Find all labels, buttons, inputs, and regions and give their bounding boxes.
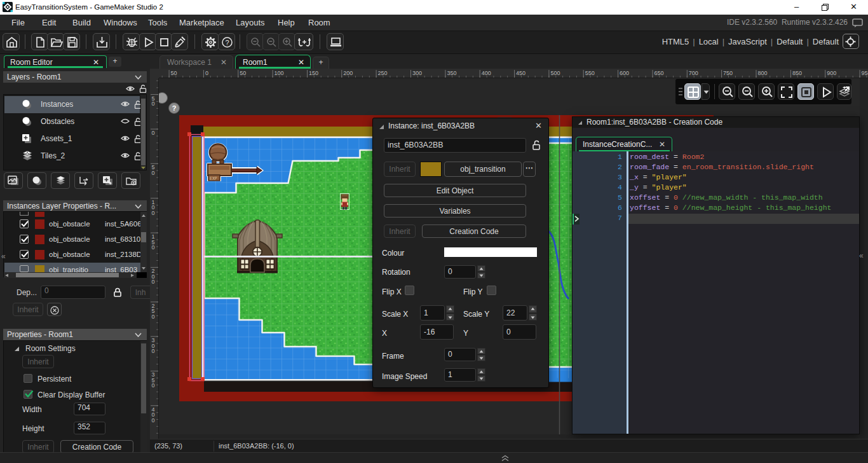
svg-text:0: 0 — [152, 417, 155, 424]
svg-text:0: 0 — [152, 314, 155, 320]
svg-text:50: 50 — [171, 70, 177, 76]
svg-text:800: 800 — [758, 70, 768, 76]
svg-text:750: 750 — [723, 70, 733, 76]
svg-text:0: 0 — [152, 348, 155, 354]
svg-text:850: 850 — [792, 70, 802, 76]
svg-text:100: 100 — [275, 70, 284, 76]
svg-text:0: 0 — [152, 100, 155, 107]
svg-text:700: 700 — [689, 70, 698, 76]
svg-text:350: 350 — [447, 70, 456, 76]
svg-text:EXP: EXP — [210, 177, 217, 181]
svg-text:200: 200 — [343, 70, 353, 76]
svg-text:950: 950 — [862, 70, 868, 76]
svg-text:50: 50 — [240, 70, 246, 76]
svg-text:0: 0 — [205, 70, 208, 76]
svg-text:600: 600 — [620, 70, 629, 76]
svg-text:650: 650 — [654, 70, 664, 76]
svg-text:250: 250 — [378, 70, 388, 76]
svg-text:?: ? — [172, 104, 177, 112]
svg-text:900: 900 — [827, 70, 836, 76]
svg-text:0: 0 — [152, 382, 155, 389]
svg-text:?: ? — [225, 39, 229, 46]
svg-text:550: 550 — [585, 70, 595, 76]
svg-text:0: 0 — [152, 244, 155, 251]
svg-text:500: 500 — [550, 70, 560, 76]
svg-text:0: 0 — [152, 170, 155, 176]
svg-text:0: 0 — [152, 279, 155, 285]
svg-text:300: 300 — [412, 70, 422, 76]
svg-text:450: 450 — [516, 70, 526, 76]
svg-text:150: 150 — [309, 70, 318, 76]
svg-text:400: 400 — [482, 70, 491, 76]
svg-text:0: 0 — [152, 210, 155, 216]
svg-text:0: 0 — [152, 130, 155, 136]
